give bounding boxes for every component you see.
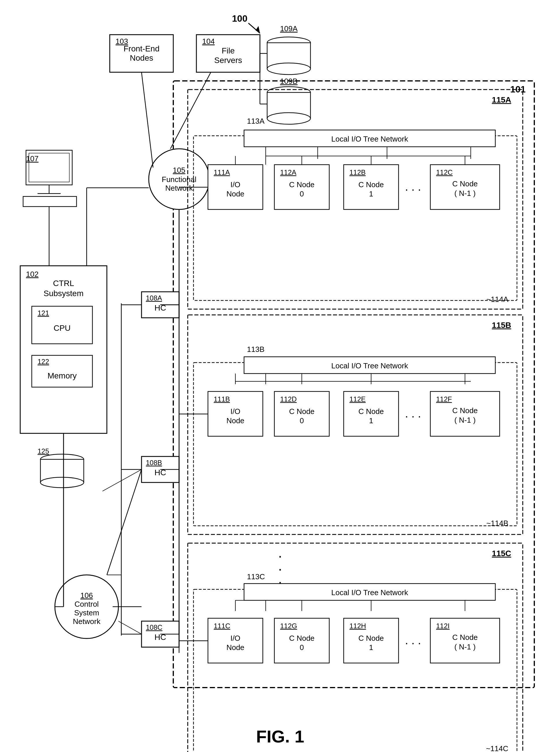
svg-text:0: 0 <box>300 416 304 425</box>
svg-text:. . .: . . . <box>405 634 421 647</box>
ref-108a-label: 108A <box>146 294 162 302</box>
main-diagram-svg: 100 101 103 Front-End Nodes 104 File Ser… <box>0 0 560 752</box>
ref-113b-label: 113B <box>247 345 264 354</box>
svg-text:Memory: Memory <box>47 371 77 380</box>
ref-112c-label: 112C <box>436 169 453 176</box>
ref-107-label: 107 <box>26 154 38 163</box>
svg-text:C Node: C Node <box>452 633 478 642</box>
svg-text:Subsystem: Subsystem <box>44 289 84 298</box>
svg-text:Nodes: Nodes <box>130 54 153 62</box>
ref-113c-label: 113C <box>247 572 265 581</box>
svg-text:0: 0 <box>300 190 304 198</box>
svg-text:C Node: C Node <box>289 407 315 416</box>
svg-text:CTRL: CTRL <box>53 279 74 288</box>
ref-108b-label: 108B <box>146 459 162 467</box>
svg-text:I/O: I/O <box>231 180 241 189</box>
ref-102-label: 102 <box>26 270 38 278</box>
ref-115b-label: 115B <box>492 321 511 330</box>
ref-111b-label: 111B <box>214 395 230 403</box>
ref-111a-label: 111A <box>214 169 230 176</box>
ref-115c-label: 115C <box>492 549 511 558</box>
svg-text:Node: Node <box>226 643 244 652</box>
ref-113a-label: 113A <box>247 117 264 125</box>
ref-111c-label: 111C <box>214 622 230 630</box>
svg-text:1: 1 <box>369 416 373 425</box>
svg-text:1: 1 <box>369 190 373 198</box>
svg-text:System: System <box>74 609 99 617</box>
ref-104-label: 104 <box>202 37 215 46</box>
ref-109b-label: 109B <box>280 77 298 85</box>
svg-text:C Node: C Node <box>358 407 384 416</box>
ref-115a-label: 115A <box>492 95 511 104</box>
local-network-c-label: Local I/O Tree Network <box>331 588 408 597</box>
ref-114c-label: ~114C <box>486 744 508 752</box>
ref-112e-label: 112E <box>349 395 366 403</box>
svg-text:. . .: . . . <box>405 180 421 193</box>
ref-112i-label: 112I <box>436 622 450 630</box>
svg-text:C Node: C Node <box>289 180 315 189</box>
ref-108c-label: 108C <box>146 624 162 631</box>
ref-125-label: 125 <box>38 447 49 455</box>
ref-112f-label: 112F <box>436 395 452 403</box>
ref-114b-label: ~114B <box>486 519 508 528</box>
svg-text:I/O: I/O <box>231 407 241 416</box>
svg-text:0: 0 <box>300 643 304 652</box>
svg-text:Node: Node <box>226 190 244 198</box>
fig-label: FIG. 1 <box>256 727 304 746</box>
svg-rect-30 <box>23 196 77 206</box>
svg-text:I/O: I/O <box>231 634 241 642</box>
svg-text:Functional: Functional <box>162 175 196 184</box>
ref-106-label: 106 <box>80 591 93 600</box>
local-network-b-label: Local I/O Tree Network <box>331 361 408 370</box>
ref-122-label: 122 <box>38 358 49 365</box>
svg-text:. . .: . . . <box>405 407 421 420</box>
ref-112a-label: 112A <box>280 169 296 176</box>
ref-112d-label: 112D <box>280 395 297 403</box>
ref-109a-label: 109A <box>280 24 298 33</box>
local-network-a-label: Local I/O Tree Network <box>331 135 408 143</box>
ref-112h-label: 112H <box>349 622 366 630</box>
ref-112b-label: 112B <box>349 169 366 176</box>
svg-text:C Node: C Node <box>358 180 384 189</box>
ref-112g-label: 112G <box>280 622 297 630</box>
svg-text:C Node: C Node <box>452 179 478 188</box>
ref-100-label: 100 <box>232 13 247 24</box>
svg-text:Network: Network <box>73 617 100 626</box>
diagram-container: 100 101 103 Front-End Nodes 104 File Ser… <box>0 0 560 752</box>
svg-text:Network: Network <box>165 184 193 192</box>
svg-point-12 <box>267 63 311 75</box>
svg-text:C Node: C Node <box>452 406 478 415</box>
svg-text:C Node: C Node <box>358 634 384 642</box>
svg-point-15 <box>267 113 311 124</box>
svg-text:File: File <box>221 46 235 55</box>
svg-text:( N-1 ): ( N-1 ) <box>454 416 476 424</box>
svg-text:CPU: CPU <box>54 323 71 333</box>
svg-text:Servers: Servers <box>214 56 242 65</box>
svg-text:1: 1 <box>369 643 373 652</box>
svg-text:( N-1 ): ( N-1 ) <box>454 189 476 198</box>
svg-text:Front-End: Front-End <box>124 44 160 53</box>
ref-114a-label: ~114A <box>486 295 508 304</box>
svg-text:Control: Control <box>75 600 99 609</box>
svg-text:( N-1 ): ( N-1 ) <box>454 642 476 651</box>
ref-105-label: 105 <box>173 166 185 175</box>
ref-121-label: 121 <box>38 309 49 317</box>
svg-text:C Node: C Node <box>289 634 315 642</box>
svg-point-40 <box>40 477 84 488</box>
svg-text:Node: Node <box>226 416 244 425</box>
